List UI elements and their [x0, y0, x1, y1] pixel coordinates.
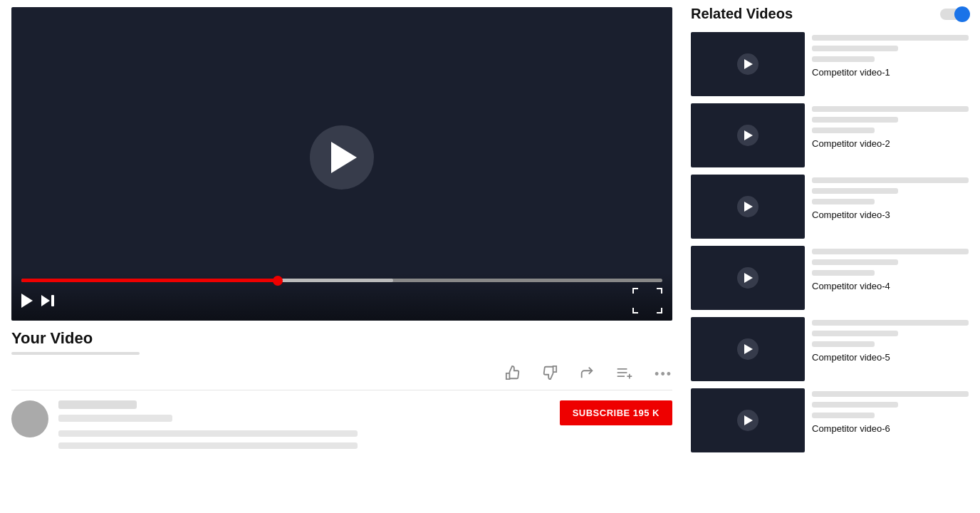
related-play-tri-icon — [744, 415, 753, 425]
meta-line-2 — [812, 188, 898, 194]
related-video-name-5[interactable]: Competitor video-5 — [812, 352, 969, 363]
related-item: Competitor video-6 — [691, 388, 969, 452]
controls-buttons — [21, 288, 662, 314]
channel-info — [58, 400, 550, 455]
related-item: Competitor video-2 — [691, 103, 969, 167]
desc-line-2 — [58, 442, 358, 449]
channel-name-bar — [58, 400, 137, 409]
meta-line-1 — [812, 249, 969, 254]
related-video-name-1[interactable]: Competitor video-1 — [812, 67, 969, 78]
progress-handle[interactable] — [273, 276, 283, 286]
related-play-btn-5 — [737, 338, 759, 360]
meta-line-3 — [812, 128, 875, 133]
related-play-btn-3 — [737, 196, 759, 217]
progress-filled — [21, 279, 278, 282]
related-item: Competitor video-3 — [691, 175, 969, 239]
related-video-name-2[interactable]: Competitor video-2 — [812, 138, 969, 149]
progress-buffered — [278, 279, 393, 282]
controls-bar — [11, 273, 672, 321]
video-info: Your Video — [11, 321, 672, 465]
related-play-btn-2 — [737, 125, 759, 146]
related-thumb-6[interactable] — [691, 388, 805, 452]
related-thumb-1[interactable] — [691, 32, 805, 96]
meta-line-3 — [812, 341, 875, 347]
related-thumb-2[interactable] — [691, 103, 805, 167]
meta-line-2 — [812, 331, 898, 336]
channel-avatar — [11, 400, 48, 437]
sidebar: Related Videos Competitor video-1 — [684, 0, 980, 513]
related-meta-5: Competitor video-5 — [812, 317, 969, 363]
video-player[interactable] — [11, 7, 672, 321]
meta-line-3 — [812, 199, 875, 204]
related-thumb-5[interactable] — [691, 317, 805, 381]
related-item: Competitor video-1 — [691, 32, 969, 96]
meta-line-1 — [812, 391, 969, 397]
desc-line-1 — [58, 430, 358, 437]
meta-line-1 — [812, 320, 969, 326]
main-area: Your Video — [0, 0, 684, 513]
meta-line-1 — [812, 35, 969, 41]
fullscreen-button[interactable] — [632, 288, 662, 314]
meta-line-2 — [812, 117, 898, 123]
sidebar-header: Related Videos — [691, 3, 969, 22]
skip-bar-icon — [51, 295, 54, 306]
related-videos-title: Related Videos — [691, 6, 793, 22]
related-video-name-3[interactable]: Competitor video-3 — [812, 209, 969, 220]
play-small-icon — [21, 294, 33, 308]
toggle-track — [940, 9, 969, 20]
related-meta-3: Competitor video-3 — [812, 175, 969, 220]
play-triangle-icon — [331, 142, 357, 173]
related-video-name-6[interactable]: Competitor video-6 — [812, 423, 969, 434]
meta-line-2 — [812, 259, 898, 265]
dislike-button[interactable] — [542, 365, 558, 384]
autoplay-toggle[interactable] — [940, 9, 969, 20]
related-item: Competitor video-5 — [691, 317, 969, 381]
channel-sub-bar — [58, 415, 172, 422]
related-meta-6: Competitor video-6 — [812, 388, 969, 434]
related-thumb-4[interactable] — [691, 246, 805, 310]
skip-icon — [41, 295, 50, 306]
meta-line-3 — [812, 413, 875, 418]
video-center — [310, 125, 374, 190]
related-meta-4: Competitor video-4 — [812, 246, 969, 291]
subscribe-button[interactable]: SUBSCRIBE 195 K — [560, 400, 672, 425]
title-underline — [11, 352, 140, 355]
related-meta-2: Competitor video-2 — [812, 103, 969, 149]
more-options-button[interactable]: ••• — [655, 367, 672, 382]
meta-line-2 — [812, 46, 898, 51]
meta-line-1 — [812, 106, 969, 112]
meta-line-2 — [812, 402, 898, 408]
video-title: Your Video — [11, 329, 672, 348]
play-button-small[interactable] — [21, 294, 33, 308]
related-play-btn-1 — [737, 53, 759, 75]
related-play-tri-icon — [744, 344, 753, 354]
related-videos-list: Competitor video-1 Competitor video-2 — [691, 32, 969, 452]
add-to-playlist-button[interactable] — [616, 365, 633, 384]
related-item: Competitor video-4 — [691, 246, 969, 310]
related-play-tri-icon — [744, 202, 753, 212]
related-play-btn-4 — [737, 267, 759, 289]
skip-button[interactable] — [41, 295, 54, 306]
controls-left — [21, 294, 54, 308]
related-meta-1: Competitor video-1 — [812, 32, 969, 78]
channel-row: SUBSCRIBE 195 K — [11, 390, 672, 465]
meta-line-3 — [812, 56, 875, 62]
meta-line-3 — [812, 270, 875, 276]
toggle-knob — [954, 6, 970, 22]
video-actions-row: ••• — [11, 362, 672, 390]
related-play-tri-icon — [744, 130, 753, 140]
related-play-btn-6 — [737, 410, 759, 431]
related-play-tri-icon — [744, 273, 753, 283]
fullscreen-icon — [632, 288, 662, 314]
share-button[interactable] — [579, 365, 595, 384]
meta-line-1 — [812, 177, 969, 183]
related-play-tri-icon — [744, 59, 753, 69]
progress-track[interactable] — [21, 279, 662, 282]
related-thumb-3[interactable] — [691, 175, 805, 239]
like-button[interactable] — [505, 365, 521, 384]
related-video-name-4[interactable]: Competitor video-4 — [812, 281, 969, 291]
play-button-large[interactable] — [310, 125, 374, 190]
